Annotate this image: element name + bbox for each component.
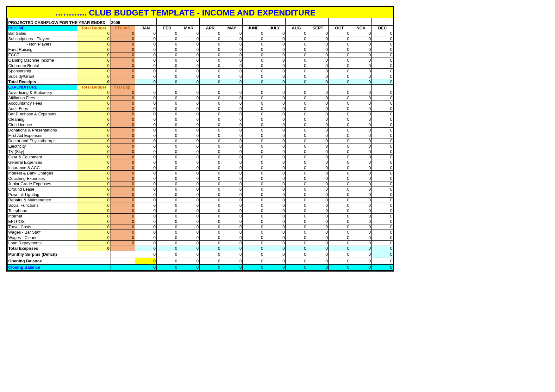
total-budget-cell[interactable]: 0 [77, 63, 110, 69]
month-cell[interactable]: 0 [135, 133, 157, 138]
month-cell[interactable]: 0 [178, 214, 200, 219]
month-cell[interactable]: 0 [372, 95, 393, 101]
month-cell[interactable]: 0 [307, 112, 329, 117]
total-budget-cell[interactable]: 0 [77, 165, 110, 171]
month-cell[interactable]: 0 [307, 214, 329, 219]
total-budget-cell[interactable]: 0 [77, 31, 110, 36]
month-cell[interactable]: 0 [178, 176, 200, 181]
month-cell[interactable]: 0 [135, 181, 157, 187]
total-budget-cell[interactable]: 0 [77, 171, 110, 176]
month-cell[interactable]: 0 [157, 165, 178, 171]
month-cell[interactable]: 0 [372, 241, 393, 246]
month-cell[interactable]: 0 [243, 208, 264, 214]
month-cell[interactable]: 0 [286, 112, 307, 117]
month-cell[interactable]: 0 [221, 90, 243, 95]
month-cell[interactable]: 0 [243, 155, 264, 160]
month-cell[interactable]: 0 [372, 160, 393, 165]
month-cell[interactable]: 0 [350, 117, 372, 122]
month-cell[interactable]: 0 [135, 74, 157, 79]
month-cell[interactable]: 0 [307, 149, 329, 155]
month-cell[interactable]: 0 [221, 138, 243, 144]
month-cell[interactable]: 0 [264, 106, 286, 112]
total-budget-cell[interactable]: 0 [77, 90, 110, 95]
month-cell[interactable]: 0 [372, 219, 393, 224]
month-cell[interactable]: 0 [135, 160, 157, 165]
month-cell[interactable]: 0 [264, 31, 286, 36]
month-cell[interactable]: 0 [157, 117, 178, 122]
month-cell[interactable]: 0 [350, 47, 372, 52]
month-cell[interactable]: 0 [135, 187, 157, 192]
total-budget-cell[interactable]: 0 [77, 42, 110, 47]
month-cell[interactable]: 0 [178, 112, 200, 117]
month-cell[interactable]: 0 [372, 192, 393, 198]
month-cell[interactable]: 0 [307, 138, 329, 144]
month-cell[interactable]: 0 [135, 241, 157, 246]
month-cell[interactable]: 0 [135, 171, 157, 176]
month-cell[interactable]: 0 [372, 203, 393, 208]
month-cell[interactable]: 0 [200, 208, 221, 214]
month-cell[interactable]: 0 [307, 235, 329, 241]
month-cell[interactable]: 0 [221, 165, 243, 171]
month-cell[interactable]: 0 [135, 230, 157, 235]
month-cell[interactable]: 0 [264, 112, 286, 117]
month-cell[interactable]: 0 [350, 224, 372, 230]
opening-balance-month[interactable]: 0 [135, 258, 157, 265]
month-cell[interactable]: 0 [286, 52, 307, 58]
total-budget-cell[interactable]: 0 [77, 138, 110, 144]
month-cell[interactable]: 0 [200, 106, 221, 112]
ytd-cell[interactable]: 0 [110, 58, 135, 63]
month-cell[interactable]: 0 [178, 187, 200, 192]
month-cell[interactable]: 0 [135, 112, 157, 117]
month-cell[interactable]: 0 [286, 36, 307, 42]
month-cell[interactable]: 0 [372, 187, 393, 192]
month-cell[interactable]: 0 [178, 235, 200, 241]
month-cell[interactable]: 0 [157, 36, 178, 42]
month-cell[interactable]: 0 [178, 42, 200, 47]
month-cell[interactable]: 0 [243, 52, 264, 58]
month-cell[interactable]: 0 [157, 214, 178, 219]
total-budget-cell[interactable]: 0 [77, 52, 110, 58]
total-budget-cell[interactable]: 0 [77, 181, 110, 187]
month-cell[interactable]: 0 [329, 149, 350, 155]
month-cell[interactable]: 0 [372, 235, 393, 241]
month-cell[interactable]: 0 [243, 241, 264, 246]
month-cell[interactable]: 0 [329, 133, 350, 138]
month-cell[interactable]: 0 [178, 36, 200, 42]
month-cell[interactable]: 0 [329, 203, 350, 208]
total-budget-cell[interactable]: 0 [77, 149, 110, 155]
month-cell[interactable]: 0 [243, 181, 264, 187]
month-cell[interactable]: 0 [178, 52, 200, 58]
month-cell[interactable]: 0 [286, 155, 307, 160]
month-cell[interactable]: 0 [221, 235, 243, 241]
month-cell[interactable]: 0 [286, 74, 307, 79]
month-cell[interactable]: 0 [350, 128, 372, 133]
total-budget-cell[interactable]: 0 [77, 47, 110, 52]
month-cell[interactable]: 0 [329, 74, 350, 79]
month-cell[interactable]: 0 [178, 181, 200, 187]
month-cell[interactable]: 0 [157, 74, 178, 79]
month-cell[interactable]: 0 [372, 165, 393, 171]
month-cell[interactable]: 0 [372, 230, 393, 235]
month-cell[interactable]: 0 [264, 214, 286, 219]
month-cell[interactable]: 0 [157, 181, 178, 187]
month-cell[interactable]: 0 [178, 117, 200, 122]
month-cell[interactable]: 0 [157, 198, 178, 203]
total-budget-cell[interactable]: 0 [77, 112, 110, 117]
month-cell[interactable]: 0 [307, 165, 329, 171]
month-cell[interactable]: 0 [307, 122, 329, 128]
month-cell[interactable]: 0 [286, 133, 307, 138]
month-cell[interactable]: 0 [264, 192, 286, 198]
month-cell[interactable]: 0 [135, 214, 157, 219]
total-budget-cell[interactable]: 0 [77, 69, 110, 74]
total-budget-cell[interactable]: 0 [77, 155, 110, 160]
month-cell[interactable]: 0 [157, 187, 178, 192]
month-cell[interactable]: 0 [372, 31, 393, 36]
month-cell[interactable]: 0 [350, 235, 372, 241]
ytd-cell[interactable]: 0 [110, 160, 135, 165]
month-cell[interactable]: 0 [200, 95, 221, 101]
month-cell[interactable]: 0 [221, 52, 243, 58]
month-cell[interactable]: 0 [221, 176, 243, 181]
month-cell[interactable]: 0 [200, 214, 221, 219]
month-cell[interactable]: 0 [350, 69, 372, 74]
month-cell[interactable]: 0 [135, 117, 157, 122]
